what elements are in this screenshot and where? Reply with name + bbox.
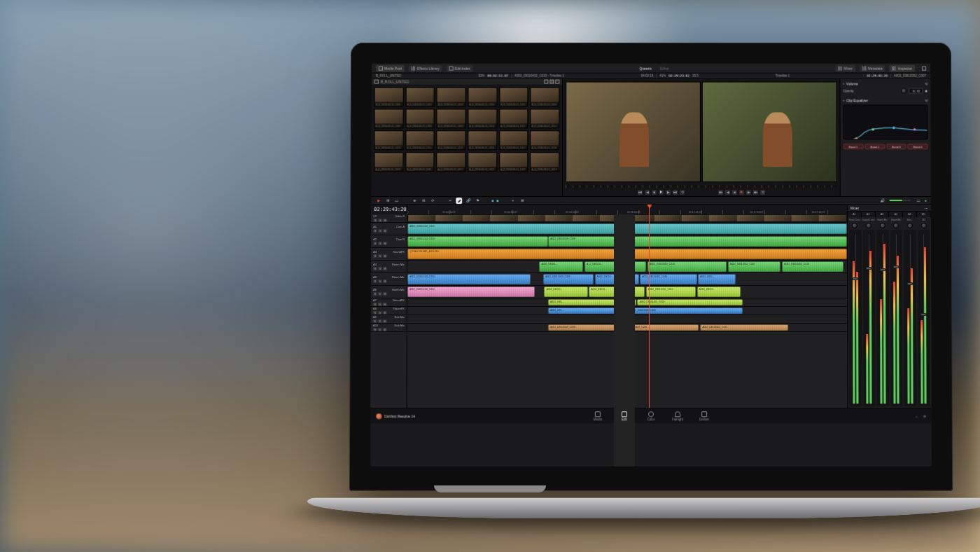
expand-icon[interactable] [922, 66, 926, 70]
track-header-a3[interactable]: A3SoundFXRSM [371, 248, 407, 261]
solo-button[interactable]: S [378, 292, 382, 296]
blade-tool[interactable]: ✂ [447, 198, 453, 204]
media-thumbnail[interactable]: A_6_2018-03-15_1012 [531, 109, 560, 128]
eq-band-button[interactable]: Band 3 [886, 144, 906, 149]
marker-blue-icon[interactable]: ■ [491, 198, 493, 202]
settings-icon[interactable]: ⚙ [923, 414, 926, 418]
timeline-view-options[interactable]: ▭ [916, 198, 922, 204]
channel-fader[interactable] [876, 230, 889, 406]
mute-button[interactable]: M [383, 328, 387, 331]
track-header-a9[interactable]: A9Sub MixRSM [371, 315, 407, 324]
media-pool-tab[interactable]: Media Pool [376, 64, 405, 71]
insert-tool[interactable]: ⊞ [384, 198, 391, 204]
append-tool[interactable]: ⊕ [411, 198, 417, 204]
arm-button[interactable]: R [373, 328, 377, 331]
arm-button[interactable]: R [373, 254, 377, 258]
media-thumbnail[interactable]: A_6_2018-03-15_1019 [374, 152, 403, 172]
reset-volume-icon[interactable]: ⟲ [925, 82, 927, 85]
mixer-channel-tab[interactable]: A3 [875, 212, 889, 217]
solo-button[interactable]: S [378, 303, 382, 306]
reset-eq-icon[interactable]: ⟲ [925, 99, 927, 102]
solo-button[interactable]: S [378, 319, 382, 323]
media-thumbnail[interactable]: A_6_2018-03-15_1013 [374, 130, 404, 150]
home-icon[interactable]: ⌂ [916, 414, 918, 418]
track-header-a5[interactable]: A5Room MicRSM [371, 273, 407, 286]
monitor-volume-slider[interactable] [890, 200, 911, 201]
pan-knob[interactable] [879, 223, 885, 228]
solo-button[interactable]: S [378, 219, 382, 222]
audio-clip[interactable]: A002_03010... [544, 287, 587, 297]
stop-button-prog[interactable]: ■ [732, 190, 737, 195]
solo-button[interactable]: S [378, 311, 382, 315]
arm-button[interactable]: R [373, 280, 377, 283]
play-button-src[interactable] [659, 190, 664, 195]
pool-path[interactable]: B_ROLL_UNITED [372, 79, 562, 85]
media-thumbnail[interactable]: A_6_2018-03-15_1006 [531, 88, 560, 107]
track-header-a6[interactable]: A6Booth MicRSM [371, 286, 407, 298]
mute-button[interactable]: M [383, 267, 387, 270]
mixer-channel-tab[interactable]: A2 [862, 212, 876, 217]
arm-button[interactable]: R [373, 219, 377, 222]
mixer-channel-tab[interactable]: A1 [848, 212, 862, 217]
eq-band-button[interactable]: Band 4 [908, 144, 928, 149]
next-frame-button-prog[interactable]: ▶ [746, 190, 751, 195]
marker-cyan-icon[interactable]: ■ [496, 198, 498, 202]
media-thumbnail[interactable]: A_6_2018-03-15_1010 [468, 109, 497, 128]
media-thumbnail[interactable]: A_6_2018-03-15_1022 [468, 152, 497, 172]
link-selection-tool[interactable]: ⊞ [519, 198, 525, 204]
pan-knob[interactable] [852, 223, 858, 228]
source-monitor[interactable] [566, 82, 701, 183]
track-header-a10[interactable]: A10Sub MixRSM [371, 324, 407, 332]
pen-tool[interactable] [456, 198, 462, 204]
page-edit[interactable]: Edit [614, 214, 635, 467]
arm-button[interactable]: R [373, 319, 377, 323]
prev-frame-button-prog[interactable]: ◀ [725, 190, 730, 195]
mute-button[interactable]: M [383, 229, 387, 233]
pan-knob[interactable] [866, 223, 872, 228]
first-frame-button-prog[interactable]: ⏮ [718, 190, 723, 195]
media-thumbnail[interactable]: A_6_2018-03-15_1001 [374, 88, 404, 107]
solo-button[interactable]: S [378, 254, 382, 258]
stop-button-src[interactable]: ■ [652, 190, 657, 195]
track-header-a2[interactable]: A2Cam BRSM [371, 235, 407, 248]
overwrite-tool[interactable]: ▭ [393, 198, 400, 204]
volume-value[interactable]: -8.72 [909, 88, 923, 94]
pan-knob[interactable] [893, 223, 899, 228]
prev-frame-button[interactable]: ◀ [645, 190, 650, 195]
arm-button[interactable]: R [373, 267, 377, 270]
channel-fader[interactable] [890, 230, 902, 406]
page-color[interactable]: Color [640, 214, 662, 467]
audio-clip[interactable]: A002_03010... [539, 261, 583, 272]
inspector-tab[interactable]: Inspector [890, 64, 916, 71]
mute-button[interactable]: M [383, 292, 387, 296]
pan-knob[interactable] [921, 223, 927, 228]
playhead[interactable] [649, 205, 650, 408]
track-header-a7[interactable]: A7SoundFXRSM [371, 298, 407, 307]
mute-button[interactable]: M [383, 219, 387, 222]
last-frame-button[interactable]: ⏭ [673, 190, 678, 195]
mixer-channel-tab[interactable]: M1 [917, 212, 931, 217]
eq-band-button[interactable]: Band 2 [864, 144, 885, 149]
list-view-icon[interactable] [544, 80, 548, 84]
media-thumbnail[interactable]: A_6_2018-03-15_1005 [499, 88, 528, 107]
media-thumbnail[interactable]: A_6_2018-03-15_1021 [437, 152, 466, 172]
track-header-a4[interactable]: A4Room MicRSM [371, 261, 407, 273]
snap-tool[interactable]: ⌖ [510, 198, 516, 204]
volume-knob[interactable] [901, 88, 906, 94]
page-deliver[interactable]: Deliver [694, 214, 715, 467]
solo-button[interactable]: S [378, 280, 382, 283]
media-thumbnail[interactable]: A_6_2018-03-15_1023 [499, 152, 528, 172]
audio-clip[interactable]: A002_03010405_C010 [782, 261, 844, 272]
media-thumbnail[interactable]: A_6_2018-03-15_1004 [468, 88, 497, 107]
flag-tool[interactable]: ⚑ [474, 198, 480, 204]
track-header-a8[interactable]: A8RoomFXRSM [371, 307, 407, 315]
media-thumbnail[interactable]: A_6_2018-03-15_1015 [437, 130, 466, 150]
media-thumbnail[interactable]: A_6_2018-03-15_1011 [499, 109, 528, 128]
page-media[interactable]: Media [587, 214, 608, 467]
metadata-tab[interactable]: Metadata [860, 64, 886, 71]
media-thumbnail[interactable]: A_6_2018-03-15_1009 [437, 109, 466, 128]
play-button-prog[interactable] [739, 190, 744, 195]
channel-fader[interactable] [904, 230, 916, 406]
audio-clip[interactable]: A002_03010352_C007 [728, 261, 780, 272]
arm-button[interactable]: R [373, 311, 377, 315]
